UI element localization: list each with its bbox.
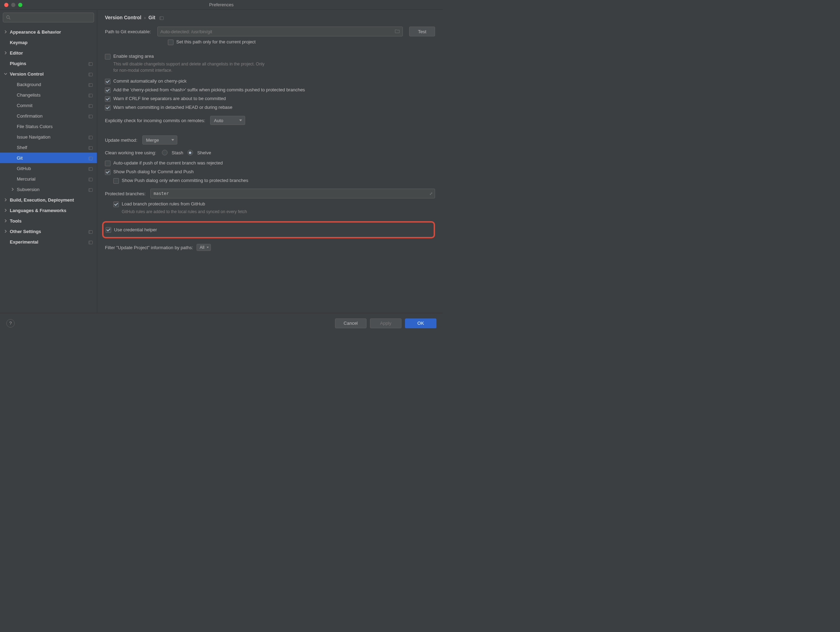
sidebar-item-label: Experimental [10, 239, 94, 245]
dialog-footer: ? Cancel Apply OK [0, 313, 443, 333]
sidebar-item-label: Shelf [17, 145, 94, 150]
svg-rect-28 [89, 241, 93, 244]
sidebar-item-languages-frameworks[interactable]: Languages & Frameworks [0, 205, 97, 215]
sidebar-item-experimental[interactable]: Experimental [0, 236, 97, 247]
cherry-suffix-label: Add the 'cherry-picked from <hash>' suff… [113, 87, 305, 92]
project-level-icon [88, 156, 93, 160]
sidebar-item-background[interactable]: Background [0, 79, 97, 90]
project-level-icon [88, 146, 93, 149]
svg-rect-14 [89, 136, 93, 139]
settings-main-panel: Version Control › Git Path to Git execut… [97, 10, 443, 313]
sidebar-item-label: GitHub [17, 166, 94, 171]
show-push-dialog-checkbox[interactable] [105, 169, 111, 175]
sidebar-item-keymap[interactable]: Keymap [0, 37, 97, 48]
load-branch-rules-label: Load branch protection rules from GitHub [122, 201, 205, 206]
load-branch-rules-checkbox[interactable] [113, 201, 119, 207]
sidebar-item-version-control[interactable]: Version Control [0, 68, 97, 79]
clean-tree-shelve-radio[interactable] [188, 150, 193, 155]
chevron-right-icon [3, 29, 8, 35]
sidebar-item-tools[interactable]: Tools [0, 215, 97, 226]
warn-detached-checkbox[interactable] [105, 105, 111, 111]
cancel-button[interactable]: Cancel [335, 318, 366, 328]
enable-staging-label: Enable staging area [113, 54, 154, 59]
auto-update-rejected-label: Auto-update if push of the current branc… [113, 160, 223, 166]
sidebar-item-shelf[interactable]: Shelf [0, 142, 97, 152]
project-level-icon [88, 72, 93, 76]
protected-branches-value: master [153, 191, 169, 196]
svg-rect-6 [89, 84, 93, 87]
svg-rect-4 [89, 73, 93, 76]
warn-crlf-label: Warn if CRLF line separators are about t… [113, 96, 226, 101]
breadcrumb: Version Control › Git [97, 10, 443, 24]
commit-cherry-checkbox[interactable] [105, 79, 111, 84]
sidebar-item-issue-navigation[interactable]: Issue Navigation [0, 131, 97, 142]
close-window-button[interactable] [4, 3, 8, 7]
filter-update-select[interactable]: All [197, 244, 211, 251]
show-push-protected-checkbox[interactable] [113, 178, 119, 184]
filter-update-label: Filter "Update Project" information by p… [105, 245, 193, 250]
cherry-suffix-checkbox[interactable] [105, 87, 111, 93]
sidebar-item-editor[interactable]: Editor [0, 48, 97, 58]
sidebar-item-changelists[interactable]: Changelists [0, 90, 97, 100]
svg-point-0 [6, 16, 9, 19]
project-level-icon [88, 104, 93, 107]
svg-rect-8 [89, 94, 93, 97]
use-credential-helper-checkbox[interactable] [106, 227, 111, 233]
chevron-right-icon [3, 197, 8, 203]
set-path-project-only-checkbox[interactable] [168, 40, 174, 45]
chevron-right-icon: › [144, 15, 145, 20]
sidebar-item-mercurial[interactable]: Mercurial [0, 174, 97, 184]
search-input[interactable] [3, 13, 94, 22]
clean-tree-stash-radio[interactable] [162, 150, 167, 155]
help-button[interactable]: ? [6, 319, 15, 328]
project-level-icon [88, 166, 93, 170]
zoom-window-button[interactable] [18, 3, 22, 7]
explicit-check-select[interactable]: Auto [210, 116, 245, 125]
svg-rect-18 [89, 157, 93, 160]
git-path-field[interactable]: Auto-detected: /usr/bin/git [157, 27, 403, 36]
enable-staging-checkbox[interactable] [105, 54, 111, 60]
settings-sidebar: Appearance & BehaviorKeymapEditorPlugins… [0, 10, 97, 313]
chevron-right-icon [10, 187, 16, 192]
git-path-placeholder: Auto-detected: /usr/bin/git [161, 29, 212, 34]
sidebar-item-plugins[interactable]: Plugins [0, 58, 97, 68]
sidebar-item-build-execution-deployment[interactable]: Build, Execution, Deployment [0, 195, 97, 205]
expand-icon[interactable]: ⤢ [429, 192, 433, 196]
sidebar-item-commit[interactable]: Commit [0, 100, 97, 111]
folder-icon[interactable] [395, 29, 400, 34]
sidebar-item-github[interactable]: GitHub [0, 163, 97, 174]
chevron-right-icon [3, 218, 8, 223]
svg-rect-30 [160, 17, 164, 20]
clean-tree-stash-label: Stash [172, 150, 183, 155]
project-level-icon [88, 177, 93, 181]
svg-rect-2 [89, 63, 93, 66]
sidebar-item-label: Languages & Frameworks [10, 208, 94, 213]
sidebar-item-other-settings[interactable]: Other Settings [0, 226, 97, 236]
protected-branches-field[interactable]: master ⤢ [150, 188, 435, 198]
apply-button[interactable]: Apply [370, 318, 401, 328]
svg-line-1 [9, 18, 11, 20]
sidebar-item-file-status-colors[interactable]: File Status Colors [0, 121, 97, 131]
sidebar-item-git[interactable]: Git [0, 152, 97, 163]
sidebar-item-label: Tools [10, 219, 94, 223]
warn-crlf-checkbox[interactable] [105, 96, 111, 102]
traffic-lights [0, 3, 22, 7]
minimize-window-button[interactable] [11, 3, 16, 7]
sidebar-item-confirmation[interactable]: Confirmation [0, 111, 97, 121]
auto-update-rejected-checkbox[interactable] [105, 161, 111, 166]
sidebar-item-appearance-behavior[interactable]: Appearance & Behavior [0, 27, 97, 37]
breadcrumb-root[interactable]: Version Control [105, 15, 141, 20]
project-level-icon [88, 230, 93, 233]
sidebar-item-subversion[interactable]: Subversion [0, 184, 97, 195]
sidebar-item-label: File Status Colors [17, 124, 94, 129]
svg-rect-12 [89, 115, 93, 118]
update-method-select[interactable]: Merge [142, 135, 177, 144]
chevron-right-icon [3, 50, 8, 55]
svg-rect-20 [89, 168, 93, 171]
chevron-down-icon [3, 71, 8, 77]
sidebar-item-label: Issue Navigation [17, 135, 94, 139]
ok-button[interactable]: OK [405, 318, 436, 328]
explicit-check-label: Explicitly check for incoming commits on… [105, 118, 205, 123]
test-button[interactable]: Test [409, 27, 435, 36]
svg-rect-26 [89, 231, 93, 234]
